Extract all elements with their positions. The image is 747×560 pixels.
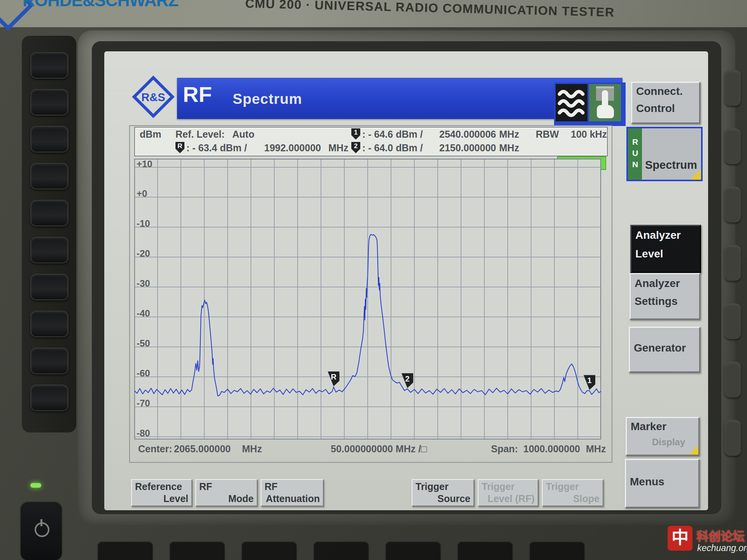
top-housing-strip: ROHDE&SCHWARZ CMU 200 · UNIVERSAL RADIO … [0, 0, 747, 27]
reference-marker-badge-icon: R [175, 142, 184, 153]
y-tick-label: -70 [137, 398, 150, 408]
kechuang-logo-icon: 中 [668, 526, 693, 551]
bezel-rib [724, 362, 741, 397]
left-hardware-key-1[interactable] [30, 52, 68, 79]
left-hardware-key-5[interactable] [30, 200, 68, 226]
y-tick-label: -20 [137, 248, 150, 258]
marker1-level: : - 64.6 dBm / [362, 129, 423, 140]
y-tick-label: -10 [137, 218, 150, 228]
span-value: 1000.000000 [523, 443, 580, 455]
bottom-hardware-key[interactable] [313, 541, 369, 560]
svg-text:1: 1 [587, 376, 591, 385]
marker-display-button[interactable]: Marker Display [626, 417, 700, 456]
rbw-label: RBW [536, 129, 559, 140]
y-tick-label: -50 [137, 338, 150, 348]
readout-unit: dBm [140, 129, 161, 140]
marker1-badge-icon: 1 [351, 128, 360, 140]
marker1-frequency: 2540.000006 [439, 129, 496, 140]
power-led [30, 483, 41, 488]
generator-button[interactable]: Generator [629, 327, 700, 373]
marker1-freq-unit: MHz [499, 129, 519, 140]
menus-button[interactable]: Menus [625, 459, 700, 508]
y-tick-label: +10 [137, 159, 153, 169]
connect-control-button[interactable]: Connect. Control [631, 82, 700, 124]
left-hardware-key-8[interactable] [30, 311, 68, 337]
left-hardware-key-6[interactable] [30, 237, 68, 263]
more-options-triangle-icon [690, 169, 701, 180]
title-mode: Spectrum [233, 91, 302, 107]
title-icon-group [554, 82, 626, 126]
left-hardware-key-2[interactable] [30, 89, 68, 116]
bezel-rib [724, 420, 741, 456]
svg-text:R&S: R&S [141, 91, 165, 103]
brand-text: ROHDE&SCHWARZ [23, 0, 178, 10]
model-title: CMU 200 · UNIVERSAL RADIO COMMUNICATION … [245, 0, 615, 20]
bottom-hardware-key[interactable] [457, 541, 513, 560]
watermark-url: kechuang.org [697, 543, 747, 553]
span-label: Span: [491, 443, 518, 455]
bezel-rib [724, 245, 741, 281]
spectrum-run-button[interactable]: RUN Spectrum [626, 127, 703, 181]
fist-icon [597, 105, 614, 118]
bottom-hardware-key[interactable] [97, 541, 153, 560]
center-value: 2065.000000 [174, 443, 231, 455]
marker2-badge-icon: 2 [351, 142, 360, 153]
y-tick-label: -30 [137, 278, 150, 288]
bezel-rib [724, 128, 741, 164]
softkey-trigger-slope[interactable]: Trigger Slope [542, 479, 603, 506]
readout-box: dBm Ref. Level: Auto 1 : - 64.6 dBm / 25… [134, 127, 608, 156]
bezel-rib [724, 187, 741, 222]
left-hardware-key-10[interactable] [30, 385, 68, 411]
softkey-trigger-level-rf[interactable]: Trigger Level (RF) [478, 479, 538, 506]
softkey-trigger-source[interactable]: Trigger Source [412, 479, 474, 506]
spectrum-button-label: Spectrum [645, 159, 697, 172]
bottom-hardware-key[interactable] [385, 541, 441, 560]
center-unit: MHz [242, 443, 262, 455]
span-unit: MHz [586, 443, 606, 455]
title-app: RF [183, 82, 212, 107]
ref-marker-level: : - 63.4 dBm / [186, 142, 247, 154]
softkey-rf-attenuation[interactable]: RF Attenuation [261, 479, 324, 506]
analyzer-settings-button[interactable]: Analyzer Settings [630, 273, 700, 320]
softkey-reference-level[interactable]: Reference Level [131, 479, 192, 506]
bezel-rib [724, 70, 741, 106]
y-tick-label: -80 [137, 428, 150, 438]
more-options-triangle-icon [689, 445, 698, 455]
analyzer-level-button[interactable]: Analyzer Level [630, 225, 701, 273]
ref-marker-frequency: 1992.000000 [264, 142, 321, 154]
y-tick-label: -40 [137, 308, 150, 318]
rohde-schwarz-logo: R&S [132, 75, 175, 119]
bottom-hardware-key[interactable] [169, 541, 225, 560]
brand-name-clipped: ROHDE&SCHWARZ [23, 0, 205, 16]
watermark-name: 科创论坛 [696, 527, 745, 544]
ref-level-label: Ref. Level: [175, 129, 224, 140]
ref-marker-freq-unit: MHz [328, 142, 348, 154]
bottom-hardware-key[interactable] [241, 541, 297, 560]
marker2-frequency: 2150.000000 [439, 142, 496, 154]
center-label: Center: [138, 443, 172, 455]
power-button[interactable] [19, 501, 63, 560]
bottom-hardware-key[interactable] [529, 541, 585, 560]
power-icon [35, 522, 49, 537]
manual-operation-hand-icon [589, 84, 621, 121]
left-hardware-key-4[interactable] [30, 163, 68, 189]
rbw-value: 100 kHz [571, 129, 607, 140]
spectrum-trace-svg: R21 [134, 159, 601, 439]
bezel-rib [724, 303, 741, 339]
instrument-front-panel: ROHDE&SCHWARZ CMU 200 · UNIVERSAL RADIO … [0, 0, 747, 560]
ref-level-value: Auto [232, 129, 254, 140]
y-tick-label: +0 [137, 188, 147, 198]
spectrum-plot: R21 +10 +0 -10 -20 -30 -40 -50 -60 -70 -… [134, 159, 601, 439]
marker2-level: : - 64.0 dBm / [362, 142, 423, 154]
svg-text:R: R [331, 373, 337, 381]
spectrum-waves-icon [556, 84, 587, 121]
marker2-freq-unit: MHz [499, 142, 519, 154]
left-hardware-key-7[interactable] [30, 274, 68, 300]
y-tick-label: -60 [137, 368, 150, 378]
run-indicator: RUN [628, 128, 642, 180]
left-hardware-key-9[interactable] [30, 348, 68, 374]
per-division-value: 50.000000000 MHz /□ [331, 443, 427, 455]
svg-text:2: 2 [405, 374, 409, 383]
softkey-rf-mode[interactable]: RF Mode [195, 479, 258, 506]
left-hardware-key-3[interactable] [30, 126, 68, 152]
